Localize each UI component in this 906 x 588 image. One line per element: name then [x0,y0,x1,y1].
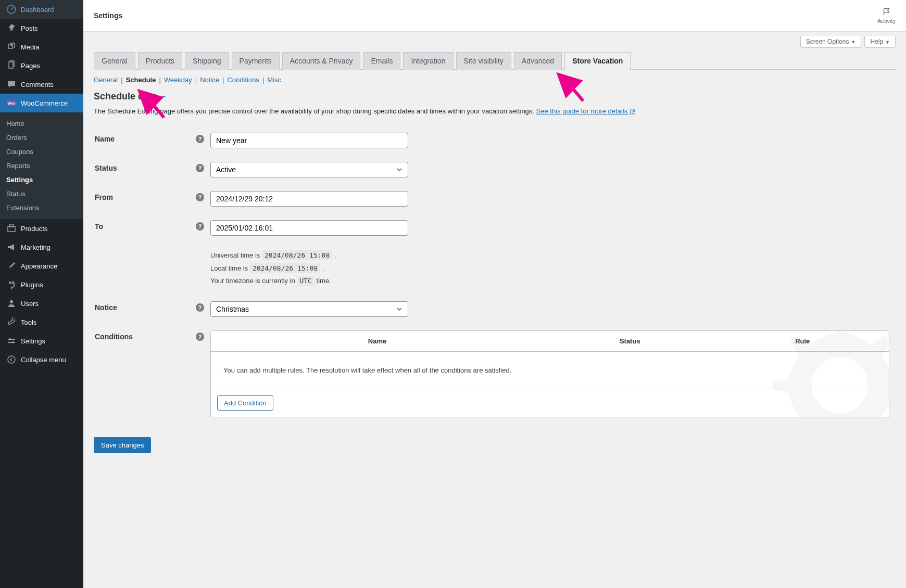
brush-icon [6,261,17,271]
sub-extensions[interactable]: Extensions [0,201,83,215]
tab-emails[interactable]: Emails [363,52,400,70]
nav-dashboard[interactable]: Dashboard [0,0,83,19]
time-info: Universal time is 2024/08/26 15:08 . Loc… [210,249,889,288]
megaphone-icon [6,242,17,252]
tab-general[interactable]: General [94,52,135,70]
nav-marketing[interactable]: Marketing [0,238,83,257]
subsub-schedule[interactable]: Schedule [126,76,156,84]
svg-point-6 [10,300,13,303]
nav-media[interactable]: Media [0,37,83,56]
woocommerce-icon: Woo [6,98,17,108]
nav-plugins[interactable]: Plugins [0,275,83,294]
help-button[interactable]: Help▼ [864,36,896,48]
dashboard-icon [6,4,17,15]
tab-shipping[interactable]: Shipping [185,52,229,70]
nav-collapse[interactable]: Collapse menu [0,350,83,369]
subsub-weekday[interactable]: Weekday [164,76,192,84]
nav-pages[interactable]: Pages [0,56,83,75]
back-link-icon[interactable]: ⤺ [160,93,167,101]
section-description: The Schedule Editing page offers you pre… [94,107,896,115]
cond-header-status: Status [544,331,716,351]
activity-label: Activity [877,18,896,24]
subsub-notice[interactable]: Notice [200,76,219,84]
sub-settings[interactable]: Settings [0,173,83,187]
conditions-table: Name Status Rule You can add multiple ru… [210,330,889,417]
conditions-empty-message: You can add multiple rules. The resoluti… [211,352,889,389]
nav-label: Comments [21,81,54,88]
tab-products[interactable]: Products [138,52,182,70]
svg-point-10 [12,341,14,343]
nav-label: Pages [21,62,40,70]
help-tip-icon[interactable]: ? [196,222,204,231]
main-content: Settings Activity Screen Options▼ Help▼ … [83,0,906,588]
nav-tools[interactable]: Tools [0,313,83,331]
subsub-misc[interactable]: Misc [267,76,281,84]
tab-visibility[interactable]: Site visibility [456,52,511,70]
help-tip-icon[interactable]: ? [196,193,204,201]
page-icon [6,60,17,71]
flag-icon [882,7,891,17]
nav-comments[interactable]: Comments [0,75,83,94]
from-label: From [95,193,113,201]
tab-integration[interactable]: Integration [403,52,453,70]
notice-select[interactable]: Christmas [210,301,408,317]
svg-rect-5 [9,225,14,227]
add-condition-button[interactable]: Add Condition [217,395,273,411]
nav-users[interactable]: Users [0,294,83,313]
nav-posts[interactable]: Posts [0,19,83,37]
nav-products[interactable]: Products [0,219,83,238]
nav-label: Media [21,43,39,51]
collapse-icon [6,354,17,365]
nav-label: Products [21,225,47,233]
sub-orders[interactable]: Orders [0,131,83,145]
subsub-conditions[interactable]: Conditions [227,76,259,84]
nav-label: Appearance [21,262,57,270]
admin-sidebar: Dashboard Posts Media Pages Comments Woo… [0,0,83,588]
name-input[interactable] [210,133,408,148]
from-input[interactable] [210,191,408,207]
wrench-icon [6,317,17,327]
nav-woocommerce[interactable]: WooWooCommerce [0,94,83,112]
svg-point-1 [11,45,12,46]
nav-settings[interactable]: Settings [0,331,83,350]
subsection-nav: General| Schedule| Weekday| Notice| Cond… [94,70,896,88]
name-label: Name [95,135,115,143]
to-label: To [95,222,103,231]
help-tip-icon[interactable]: ? [196,164,204,172]
nav-label: Dashboard [21,6,54,14]
comment-icon [6,79,17,90]
nav-label: Posts [21,24,38,32]
sub-coupons[interactable]: Coupons [0,145,83,159]
nav-label: Settings [21,337,45,345]
products-icon [6,223,17,234]
cond-header-name: Name [211,331,544,351]
status-label: Status [95,164,117,172]
notice-label: Notice [95,303,117,312]
guide-link[interactable]: See this guide for more details [536,107,636,115]
sub-status[interactable]: Status [0,187,83,201]
tab-payments[interactable]: Payments [232,52,280,70]
to-input[interactable] [210,220,408,236]
nav-label: WooCommerce [21,99,68,107]
tab-store-vacation[interactable]: Store Vacation [564,52,631,70]
subsub-general[interactable]: General [94,76,118,84]
svg-point-11 [8,356,15,363]
help-tip-icon[interactable]: ? [196,303,204,312]
page-title: Settings [94,11,122,20]
nav-appearance[interactable]: Appearance [0,257,83,275]
sub-home[interactable]: Home [0,117,83,131]
screen-options-button[interactable]: Screen Options▼ [800,36,862,48]
tab-accounts[interactable]: Accounts & Privacy [282,52,361,70]
nav-label: Collapse menu [21,356,66,364]
tab-advanced[interactable]: Advanced [514,52,562,70]
activity-button[interactable]: Activity [877,7,896,24]
svg-text:Woo: Woo [7,101,15,105]
svg-point-9 [9,338,11,340]
media-icon [6,42,17,52]
sub-reports[interactable]: Reports [0,159,83,173]
save-button[interactable]: Save changes [94,437,151,453]
status-select[interactable]: Active [210,162,408,177]
nav-label: Users [21,300,39,308]
help-tip-icon[interactable]: ? [196,135,204,143]
help-tip-icon[interactable]: ? [196,333,204,341]
